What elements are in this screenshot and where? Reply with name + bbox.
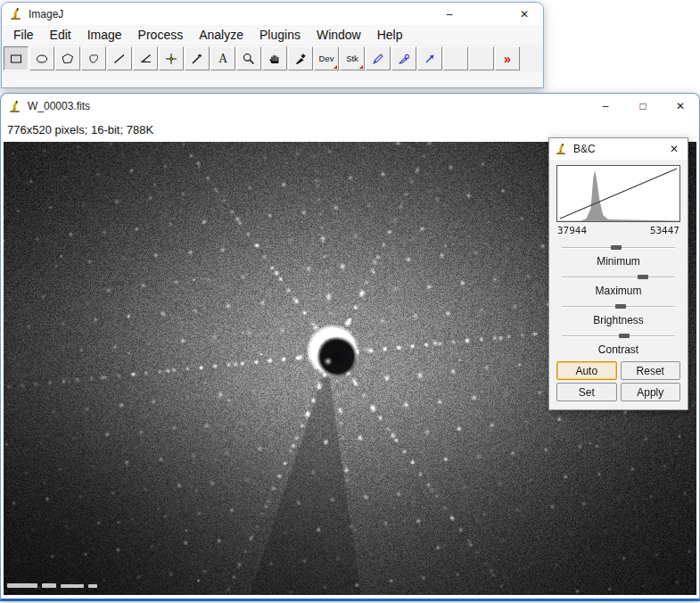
text-tool[interactable]: A bbox=[210, 46, 235, 70]
oval-tool[interactable] bbox=[29, 46, 54, 70]
apply-button[interactable]: Apply bbox=[621, 383, 681, 401]
histogram-plot bbox=[556, 165, 680, 222]
zoom-tool[interactable] bbox=[236, 46, 261, 70]
dropper-macro-tool[interactable] bbox=[391, 46, 416, 70]
imagej-microscope-icon bbox=[555, 143, 567, 155]
imagej-title-bar[interactable]: ImageJ – ✕ bbox=[2, 3, 543, 25]
menu-analyze[interactable]: Analyze bbox=[191, 27, 251, 43]
arrow-tool[interactable] bbox=[417, 46, 442, 70]
bc-window-controls: ✕ bbox=[661, 138, 688, 160]
maximize-button[interactable]: □ bbox=[624, 94, 662, 119]
magnifier-icon bbox=[242, 52, 256, 66]
histogram-svg bbox=[557, 166, 679, 221]
slider-track bbox=[562, 277, 675, 278]
pencil-icon bbox=[371, 52, 385, 66]
slider-thumb[interactable] bbox=[615, 304, 626, 309]
text-icon: A bbox=[216, 52, 230, 66]
wand-icon bbox=[190, 52, 204, 66]
line-tool[interactable] bbox=[107, 46, 132, 70]
hand-tool[interactable] bbox=[262, 46, 287, 70]
slider-thumb[interactable] bbox=[619, 334, 630, 338]
menu-corner-icon bbox=[359, 65, 363, 69]
minimum-slider-block: Minimum bbox=[549, 241, 688, 268]
imagej-window-title: ImageJ bbox=[29, 8, 63, 21]
stk-label: Stk bbox=[346, 54, 358, 63]
point-tool[interactable] bbox=[159, 46, 184, 70]
rectangle-icon bbox=[9, 52, 23, 66]
freehand-tool[interactable] bbox=[81, 46, 106, 70]
slider-thumb[interactable] bbox=[638, 275, 648, 279]
slider-thumb[interactable] bbox=[611, 245, 622, 250]
fits-window-controls: – □ ✕ bbox=[587, 94, 699, 119]
dev-menu-tool[interactable]: Dev bbox=[314, 46, 339, 70]
toolbar: A bbox=[2, 45, 543, 72]
menu-image[interactable]: Image bbox=[79, 27, 130, 43]
histogram-min-value: 37944 bbox=[557, 225, 587, 236]
slider-label: Brightness bbox=[549, 314, 688, 326]
bc-button-grid: Auto Reset Set Apply bbox=[556, 361, 680, 401]
slider-label: Maximum bbox=[549, 285, 688, 297]
blue-dropper-icon bbox=[397, 52, 411, 66]
imagej-microscope-icon bbox=[8, 100, 21, 113]
close-button[interactable]: ✕ bbox=[662, 94, 699, 119]
menu-bar: File Edit Image Process Analyze Plugins … bbox=[2, 25, 543, 45]
dev-label: Dev bbox=[319, 54, 334, 63]
fits-title-bar[interactable]: W_00003.fits – □ ✕ bbox=[1, 94, 699, 119]
menu-window[interactable]: Window bbox=[309, 27, 369, 43]
line-icon bbox=[112, 52, 127, 66]
angle-tool[interactable] bbox=[133, 46, 158, 70]
maximize-button bbox=[468, 3, 506, 25]
hand-icon bbox=[268, 52, 282, 66]
rectangle-tool[interactable] bbox=[4, 46, 29, 70]
lut-mapping-line bbox=[560, 169, 677, 219]
stk-menu-tool[interactable]: Stk bbox=[340, 46, 365, 70]
menu-help[interactable]: Help bbox=[369, 27, 411, 43]
set-button[interactable]: Set bbox=[556, 383, 617, 401]
polygon-icon bbox=[61, 52, 75, 66]
bc-dialog-title: B&C bbox=[573, 143, 596, 155]
minimize-button[interactable]: – bbox=[587, 94, 624, 119]
minimum-slider[interactable] bbox=[562, 241, 675, 254]
angle-icon bbox=[138, 52, 152, 66]
brightness-slider-block: Brightness bbox=[549, 300, 688, 326]
menu-corner-icon bbox=[334, 65, 337, 69]
imagej-main-window: ImageJ – ✕ File Edit Image Process Analy… bbox=[1, 2, 544, 88]
more-tools-icon: » bbox=[504, 53, 511, 65]
fits-window-title: W_00003.fits bbox=[28, 100, 90, 112]
imagej-microscope-icon bbox=[9, 7, 22, 21]
histogram-range: 37944 53447 bbox=[549, 222, 688, 238]
auto-button[interactable]: Auto bbox=[556, 361, 617, 380]
menu-edit[interactable]: Edit bbox=[42, 27, 79, 43]
point-icon bbox=[164, 52, 178, 66]
contrast-slider-block: Contrast bbox=[549, 329, 688, 356]
arrow-icon bbox=[423, 52, 437, 66]
more-tools-button[interactable]: » bbox=[495, 46, 520, 70]
slider-label: Contrast bbox=[549, 343, 688, 356]
polygon-tool[interactable] bbox=[55, 46, 80, 70]
close-button[interactable]: ✕ bbox=[661, 138, 688, 160]
wand-tool[interactable] bbox=[185, 46, 210, 70]
slider-label: Minimum bbox=[549, 255, 688, 268]
brightness-contrast-dialog: B&C ✕ 37944 53447 Minimum Maximum bbox=[548, 137, 688, 410]
reset-button[interactable]: Reset bbox=[621, 361, 681, 380]
close-button[interactable]: ✕ bbox=[506, 3, 543, 25]
histogram-shape bbox=[557, 170, 679, 221]
burned-in-annotation bbox=[7, 583, 97, 588]
svg-text:A: A bbox=[218, 53, 227, 65]
pencil-tool[interactable] bbox=[366, 46, 391, 70]
maximum-slider-block: Maximum bbox=[549, 270, 688, 297]
imagej-window-controls: – ✕ bbox=[431, 3, 543, 25]
minimize-button[interactable]: – bbox=[431, 3, 468, 25]
color-picker-tool[interactable] bbox=[288, 46, 313, 70]
freehand-icon bbox=[86, 52, 101, 66]
maximum-slider[interactable] bbox=[562, 270, 675, 284]
oval-icon bbox=[35, 52, 49, 66]
empty-tool-slot bbox=[469, 46, 494, 70]
histogram-max-value: 53447 bbox=[650, 225, 679, 236]
bc-title-bar[interactable]: B&C ✕ bbox=[549, 138, 688, 160]
menu-file[interactable]: File bbox=[5, 27, 42, 43]
menu-process[interactable]: Process bbox=[130, 27, 192, 43]
brightness-slider[interactable] bbox=[562, 300, 675, 313]
contrast-slider[interactable] bbox=[562, 329, 675, 343]
menu-plugins[interactable]: Plugins bbox=[251, 27, 309, 43]
